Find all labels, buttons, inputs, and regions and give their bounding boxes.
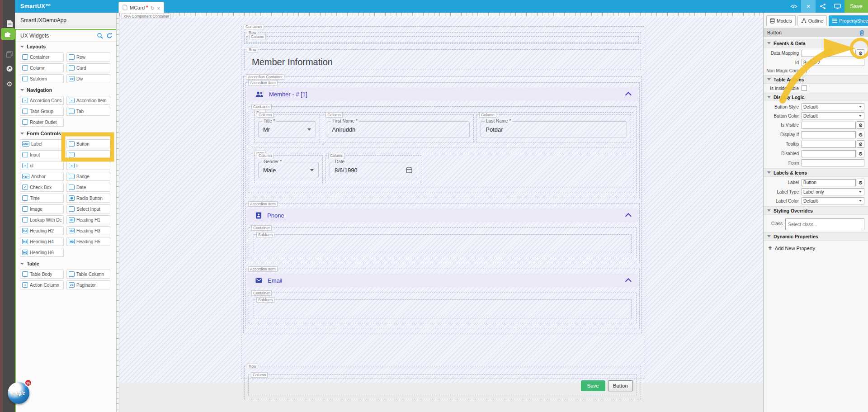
widget-item-table-column[interactable]: Table Column (66, 270, 110, 279)
widget-item-paginator[interactable]: <>Paginator (66, 280, 110, 289)
widget-item-select-input[interactable]: Select Input (66, 204, 110, 213)
section-form-controls[interactable]: Form Controls (16, 128, 116, 138)
section-display-logic[interactable]: Display Logic (764, 93, 868, 101)
widget-item-heading-h2[interactable]: H2Heading H2 (20, 226, 64, 235)
section-dynamic-properties[interactable]: Dynamic Properties (764, 232, 868, 241)
form-input[interactable] (802, 159, 864, 166)
generic-button-canvas[interactable]: Button (608, 380, 633, 391)
widget-item-heading-h1[interactable]: H1Heading H1 (66, 215, 110, 224)
widget-item-heading-h5[interactable]: H5Heading H5 (66, 237, 110, 246)
non-magic-checkbox[interactable] (802, 68, 807, 73)
widget-item-router-outlet[interactable]: Router Outlet (20, 118, 64, 127)
widget-item-image[interactable]: Image (20, 204, 64, 213)
tab-outline[interactable]: Outline (797, 15, 827, 26)
settings-gear-icon[interactable] (4, 79, 15, 90)
code-view-icon[interactable] (787, 0, 801, 13)
widget-item-button[interactable]: Button (66, 139, 110, 148)
column-date[interactable]: Column Date 8/6/1990 (326, 155, 421, 183)
button-color-select[interactable]: Default (802, 112, 864, 119)
section-labels-icons[interactable]: Labels & Icons (764, 168, 868, 177)
widget-item-check-box[interactable]: ✓Check Box (20, 183, 64, 192)
widget-item-accordion-container[interactable]: ≡Accordion Conta... (20, 96, 64, 105)
email-container[interactable]: Container Subform (249, 293, 637, 323)
widget-item-lookup[interactable]: Lookup With De... (20, 215, 64, 224)
data-mapping-gear-button[interactable] (857, 49, 864, 57)
save-button-canvas[interactable]: Save (581, 380, 605, 391)
refresh-icon[interactable] (151, 4, 155, 12)
share-icon[interactable] (816, 0, 830, 13)
widget-item-hidden[interactable] (66, 150, 110, 159)
column-first-name[interactable]: Column First Name * Aniruddh (323, 114, 474, 142)
close-tab-icon[interactable] (157, 4, 160, 12)
widget-item-heading-h6[interactable]: H6Heading H6 (20, 248, 64, 257)
magic-logo[interactable]: magic 15 (8, 382, 29, 404)
trash-icon[interactable] (859, 30, 864, 36)
phone-container[interactable]: Container Subform (249, 227, 637, 258)
widgets-puzzle-icon[interactable] (1, 28, 15, 40)
widget-item-tabs-group[interactable]: Tabs Group (20, 107, 64, 116)
class-input[interactable] (785, 218, 864, 230)
label-input[interactable]: Button (802, 179, 856, 186)
row-heading[interactable]: Row Member Information (244, 49, 641, 70)
gender-select[interactable]: Gender * Male (258, 162, 319, 178)
widget-item-div[interactable]: <>Div (66, 74, 110, 83)
close-icon[interactable] (801, 0, 816, 13)
first-name-input[interactable]: First Name * Aniruddh (327, 121, 470, 137)
label-gear-button[interactable] (857, 179, 864, 186)
tooltip-gear-button[interactable] (857, 140, 864, 148)
is-inside-table-checkbox[interactable] (802, 85, 807, 91)
title-select[interactable]: Title * Mr (258, 121, 316, 137)
add-new-property-button[interactable]: Add New Property (768, 245, 868, 251)
widget-item-radio-button[interactable]: ◉Radio Button (66, 194, 110, 203)
widget-item-tab[interactable]: Tab (66, 107, 110, 116)
widget-item-label[interactable]: abcLabel (20, 139, 64, 148)
preview-monitor-icon[interactable] (830, 0, 844, 13)
widget-item-heading-h3[interactable]: H3Heading H3 (66, 226, 110, 235)
copy-pages-icon[interactable] (4, 49, 15, 60)
widget-item-time[interactable]: Time (20, 194, 64, 203)
search-icon[interactable] (97, 33, 103, 39)
chevron-up-icon[interactable] (625, 92, 632, 98)
member-accordion-header[interactable]: Member - # [1] (247, 87, 638, 101)
member-row-2[interactable]: Row Column Gender * Male Column (252, 153, 633, 188)
column-bottom[interactable]: Column Save Button (248, 374, 637, 395)
row-top[interactable]: Row Column (244, 32, 641, 44)
column-gender[interactable]: Column Gender * Male (254, 155, 323, 183)
calendar-icon[interactable] (406, 167, 412, 173)
app-name-row[interactable]: SmartUXDemoApp (15, 13, 116, 28)
chevron-up-icon[interactable] (625, 213, 632, 219)
widget-item-heading-h4[interactable]: H4Heading H4 (20, 237, 64, 246)
display-if-gear-button[interactable] (857, 131, 864, 138)
date-input[interactable]: Date 8/6/1990 (330, 162, 417, 178)
widget-item-badge[interactable]: Badge (66, 172, 110, 181)
share-circle-icon[interactable] (4, 63, 15, 74)
widget-item-anchor[interactable]: <a>Anchor (20, 172, 64, 181)
accordion-item-member[interactable]: Accordion Item Member - # [1] Container … (245, 82, 640, 198)
last-name-input[interactable]: Last Name * Potdar (481, 121, 627, 137)
email-accordion-header[interactable]: Email (247, 274, 638, 287)
column-title[interactable]: Column Title * Mr (254, 114, 320, 142)
member-row-1[interactable]: Row Column Title * Mr Column (252, 112, 633, 147)
column-top[interactable]: Column (246, 36, 639, 43)
chevron-up-icon[interactable] (625, 278, 632, 284)
row-bottom[interactable]: Row Column Save Button (244, 366, 641, 399)
root-container[interactable]: Container Row Column Row Member Informat… (241, 26, 644, 379)
widget-item-li[interactable]: ≡li (66, 161, 110, 170)
member-container[interactable]: Container Row Column Title * Mr (249, 106, 637, 193)
widget-item-subform[interactable]: Subform (20, 74, 64, 83)
label-color-select[interactable]: Default (802, 197, 864, 204)
tab-models[interactable]: Models (766, 15, 796, 26)
accordion-container[interactable]: Accordion Container Accordion Item Membe… (243, 76, 642, 333)
display-if-input[interactable] (802, 131, 856, 138)
is-visible-gear-button[interactable] (857, 121, 864, 129)
section-layouts[interactable]: Layouts (16, 42, 116, 52)
document-icon[interactable] (4, 18, 15, 29)
widget-item-column[interactable]: Column (20, 63, 64, 72)
tab-property-sheet[interactable]: PropertySheet (829, 15, 868, 26)
accordion-item-email[interactable]: Accordion Item Email Container Subform (245, 269, 640, 328)
section-table-actions[interactable]: Table Actions (764, 75, 868, 84)
label-type-select[interactable]: Label only (802, 188, 864, 195)
disabled-input[interactable] (802, 150, 856, 157)
save-button-header[interactable]: Save (844, 0, 868, 13)
accordion-item-phone[interactable]: Accordion Item Phone Container Subform (245, 204, 640, 263)
